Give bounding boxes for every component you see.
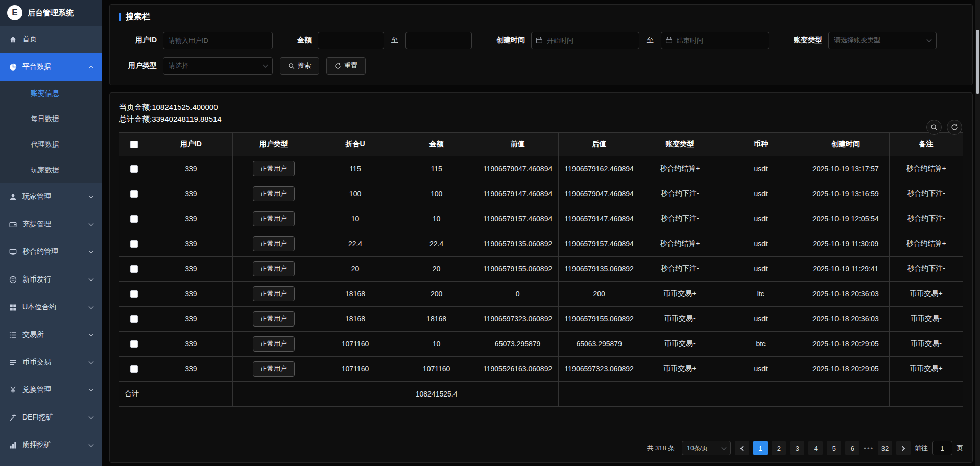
- table-footer: 合计108241525.4: [119, 381, 963, 406]
- pagination-ellipsis[interactable]: •••: [864, 445, 874, 452]
- next-page-button[interactable]: [896, 441, 911, 455]
- page-button-6[interactable]: 6: [845, 441, 859, 455]
- cell-after: 65063.295879: [558, 331, 640, 356]
- cell-user-type: 正常用户: [233, 281, 315, 306]
- home-icon: [9, 36, 17, 43]
- column-header-change_type: 账变类型: [640, 132, 720, 156]
- cell-amount: 18168: [396, 306, 477, 331]
- user-type-select[interactable]: 请选择: [163, 57, 273, 75]
- total-cell-before: [477, 381, 558, 406]
- user-type-button[interactable]: 正常用户: [253, 261, 295, 276]
- user-type-button[interactable]: 正常用户: [253, 161, 295, 176]
- yen-icon: [9, 386, 17, 394]
- search-button[interactable]: 搜索: [280, 57, 319, 75]
- user-type-button[interactable]: 正常用户: [253, 286, 295, 301]
- sidebar-subitem-account-change[interactable]: 账变信息: [0, 81, 102, 106]
- row-checkbox[interactable]: [130, 340, 138, 348]
- cell-remark: 币币交易-: [889, 331, 963, 356]
- sidebar-item-swap-manage[interactable]: 兑换管理: [0, 376, 102, 404]
- cell-before: 65073.295879: [477, 331, 558, 356]
- row-checkbox[interactable]: [130, 240, 138, 248]
- chevron-down-icon: [89, 249, 94, 254]
- row-checkbox[interactable]: [130, 365, 138, 373]
- page-button-2[interactable]: 2: [772, 441, 786, 455]
- total-label: 合计: [119, 381, 149, 406]
- sidebar-subitem-daily-data[interactable]: 每日数据: [0, 106, 102, 132]
- amount-min-input[interactable]: [318, 32, 384, 49]
- sidebar-item-defi-mining[interactable]: DEFI挖矿: [0, 404, 102, 431]
- chevron-down-icon: [89, 414, 94, 420]
- page-button-1[interactable]: 1: [753, 441, 768, 455]
- table-search-button[interactable]: [926, 120, 942, 135]
- select-all-checkbox[interactable]: [130, 141, 138, 148]
- row-checkbox[interactable]: [130, 215, 138, 223]
- page-button-32[interactable]: 32: [878, 441, 892, 455]
- change-type-select[interactable]: 请选择账变类型: [828, 32, 937, 49]
- row-checkbox[interactable]: [130, 190, 138, 198]
- start-date-input[interactable]: [531, 32, 639, 49]
- pagination-total: 共 318 条: [647, 444, 675, 453]
- sidebar-item-coin-trade[interactable]: 币币交易: [0, 348, 102, 376]
- row-checkbox[interactable]: [130, 290, 138, 298]
- goto-label: 前往: [915, 444, 928, 453]
- sidebar-subitem-agent-data[interactable]: 代理数据: [0, 132, 102, 157]
- sidebar-item-exchange[interactable]: 交易所: [0, 321, 102, 348]
- page-button-5[interactable]: 5: [827, 441, 841, 455]
- user-type-button[interactable]: 正常用户: [253, 361, 295, 377]
- cell-amount: 10: [396, 331, 477, 356]
- search-icon: [288, 63, 295, 69]
- sidebar-item-player-manage[interactable]: 玩家管理: [0, 183, 102, 211]
- cell-created: 2025-10-19 11:29:41: [802, 256, 889, 281]
- amount-to-label: 至: [391, 36, 398, 45]
- sidebar-item-u-contract[interactable]: U本位合约: [0, 293, 102, 321]
- prev-page-button[interactable]: [735, 441, 749, 455]
- user-id-input[interactable]: [163, 32, 273, 49]
- user-type-button[interactable]: 正常用户: [253, 211, 295, 226]
- amount-max-input[interactable]: [405, 32, 472, 49]
- sidebar-item-home[interactable]: 首页: [0, 26, 102, 53]
- user-icon: [9, 193, 17, 201]
- reset-button[interactable]: 重置: [326, 57, 366, 75]
- row-checkbox[interactable]: [130, 165, 138, 173]
- page-button-4[interactable]: 4: [808, 441, 823, 455]
- row-checkbox[interactable]: [130, 265, 138, 273]
- data-table: 用户ID用户类型折合U金额前值后值账变类型币种创建时间备注 339正常用户115…: [119, 132, 963, 407]
- sidebar-item-second-contract[interactable]: 秒合约管理: [0, 238, 102, 266]
- sidebar-subitem-player-data[interactable]: 玩家数据: [0, 157, 102, 183]
- cell-select: [119, 281, 149, 306]
- cell-user_id: 339: [149, 231, 233, 256]
- coin-icon: [9, 276, 17, 284]
- page-button-3[interactable]: 3: [790, 441, 804, 455]
- sidebar-item-deposit-withdraw[interactable]: 充提管理: [0, 211, 102, 238]
- chevron-down-icon: [263, 63, 268, 68]
- chevron-up-icon: [89, 65, 94, 71]
- chevron-down-icon: [89, 359, 94, 364]
- user-type-button[interactable]: 正常用户: [253, 236, 295, 251]
- user-type-button[interactable]: 正常用户: [253, 336, 295, 352]
- chevron-down-icon: [89, 304, 94, 309]
- cell-created: 2025-10-18 20:36:03: [802, 281, 889, 306]
- grid-icon: [9, 304, 17, 311]
- pick-icon: [9, 414, 17, 422]
- sidebar-menu: 首页平台数据账变信息每日数据代理数据玩家数据玩家管理充提管理秒合约管理新币发行U…: [0, 26, 102, 459]
- end-date-input[interactable]: [661, 32, 769, 49]
- logo-icon: E: [7, 5, 22, 20]
- table-refresh-button[interactable]: [947, 120, 962, 135]
- table-header: 用户ID用户类型折合U金额前值后值账变类型币种创建时间备注: [119, 132, 963, 156]
- sidebar-item-staking-mining[interactable]: 质押挖矿: [0, 431, 102, 459]
- lines-icon: [9, 359, 17, 366]
- sidebar-item-platform-data[interactable]: 平台数据: [0, 53, 102, 81]
- cell-user-type: 正常用户: [233, 156, 315, 181]
- row-checkbox[interactable]: [130, 315, 138, 323]
- goto-page-input[interactable]: [932, 441, 952, 455]
- page-size-select[interactable]: 10条/页: [682, 441, 731, 455]
- sidebar-item-new-coin[interactable]: 新币发行: [0, 266, 102, 293]
- table-row: 339正常用户10711601065073.29587965063.295879…: [119, 331, 963, 356]
- user-type-button[interactable]: 正常用户: [253, 311, 295, 327]
- column-header-amount: 金额: [396, 132, 477, 156]
- page-scrollbar[interactable]: [975, 0, 980, 466]
- scrollbar-thumb[interactable]: [976, 30, 979, 94]
- user-type-button[interactable]: 正常用户: [253, 186, 295, 201]
- cell-coin: usdt: [720, 181, 802, 206]
- cell-after: 11906579147.460894: [558, 206, 640, 231]
